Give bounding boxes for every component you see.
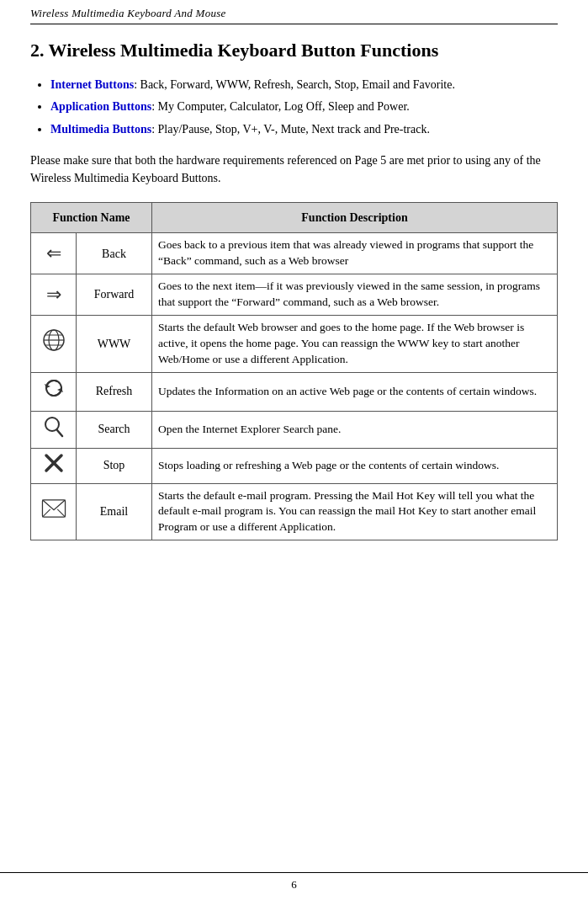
desc-cell-stop: Stops loading or refreshing a Web page o… — [152, 448, 558, 483]
icon-cell-email — [31, 483, 77, 540]
table-row-email: Email Starts the default e-mail program.… — [31, 483, 558, 540]
desc-cell-www: Starts the default Web browser and goes … — [152, 316, 558, 373]
bullet-text-application: : My Computer, Calculator, Log Off, Slee… — [151, 100, 410, 113]
name-cell-search: Search — [77, 411, 152, 448]
icon-cell-search — [31, 411, 77, 448]
bullet-list: Internet Buttons: Back, Forward, WWW, Re… — [50, 77, 558, 138]
back-arrow-icon: ⇐ — [46, 241, 61, 267]
table-row-www: WWW Starts the default Web browser and g… — [31, 316, 558, 373]
desc-cell-forward: Goes to the next item—if it was previous… — [152, 274, 558, 316]
icon-cell-forward: ⇒ — [31, 274, 77, 316]
name-cell-email: Email — [77, 483, 152, 540]
search-magnifier-icon — [44, 416, 64, 444]
header-title: Wireless Multimedia Keyboard And Mouse — [30, 7, 226, 19]
table-row-forward: ⇒ Forward Goes to the next item—if it wa… — [31, 274, 558, 316]
page-footer: 6 — [0, 872, 588, 892]
name-cell-forward: Forward — [77, 274, 152, 316]
name-cell-www: WWW — [77, 316, 152, 373]
desc-cell-back: Goes back to a previous item that was al… — [152, 233, 558, 274]
bullet-application: Application Buttons: My Computer, Calcul… — [50, 98, 558, 115]
name-cell-stop: Stop — [77, 448, 152, 483]
forward-arrow-icon: ⇒ — [46, 282, 61, 308]
icon-cell-refresh — [31, 372, 77, 411]
name-cell-back: Back — [77, 233, 152, 274]
icon-cell-back: ⇐ — [31, 233, 77, 274]
section-title: 2. Wireless Multimedia Keyboard Button F… — [30, 40, 558, 61]
desc-cell-refresh: Updates the Information on an active Web… — [152, 372, 558, 411]
svg-line-6 — [57, 430, 62, 436]
desc-cell-search: Open the Internet Explorer Search pane. — [152, 411, 558, 448]
bullet-text-internet: : Back, Forward, WWW, Refresh, Search, S… — [134, 78, 455, 91]
icon-cell-www — [31, 316, 77, 373]
page-number: 6 — [291, 878, 297, 891]
email-envelope-icon — [41, 503, 66, 521]
svg-line-11 — [57, 509, 65, 517]
table-header-name: Function Name — [31, 202, 152, 233]
stop-x-icon — [44, 453, 64, 479]
www-link-icon — [42, 328, 66, 359]
desc-cell-email: Starts the default e-mail program. Press… — [152, 483, 558, 540]
table-row-refresh: Refresh Updates the Information on an ac… — [31, 372, 558, 411]
bullet-term-multimedia: Multimedia Buttons — [50, 123, 151, 136]
page-header: Wireless Multimedia Keyboard And Mouse — [30, 0, 558, 24]
table-header-desc: Function Description — [152, 202, 558, 233]
bullet-multimedia: Multimedia Buttons: Play/Pause, Stop, V+… — [50, 121, 558, 138]
name-cell-refresh: Refresh — [77, 372, 152, 411]
refresh-arrows-icon — [43, 377, 65, 407]
icon-cell-stop — [31, 448, 77, 483]
bullet-term-application: Application Buttons — [50, 100, 151, 113]
bullet-internet: Internet Buttons: Back, Forward, WWW, Re… — [50, 77, 558, 93]
table-row-stop: Stop Stops loading or refreshing a Web p… — [31, 448, 558, 483]
svg-point-5 — [45, 418, 59, 431]
bullet-term-internet: Internet Buttons — [50, 78, 134, 91]
svg-line-10 — [42, 509, 50, 517]
table-row-back: ⇐ Back Goes back to a previous item that… — [31, 233, 558, 274]
intro-paragraph: Please make sure that both the hardware … — [30, 152, 558, 187]
table-row-search: Search Open the Internet Explorer Search… — [31, 411, 558, 448]
function-table: Function Name Function Description ⇐ Bac… — [30, 202, 558, 540]
bullet-text-multimedia: : Play/Pause, Stop, V+, V-, Mute, Next t… — [151, 123, 430, 136]
